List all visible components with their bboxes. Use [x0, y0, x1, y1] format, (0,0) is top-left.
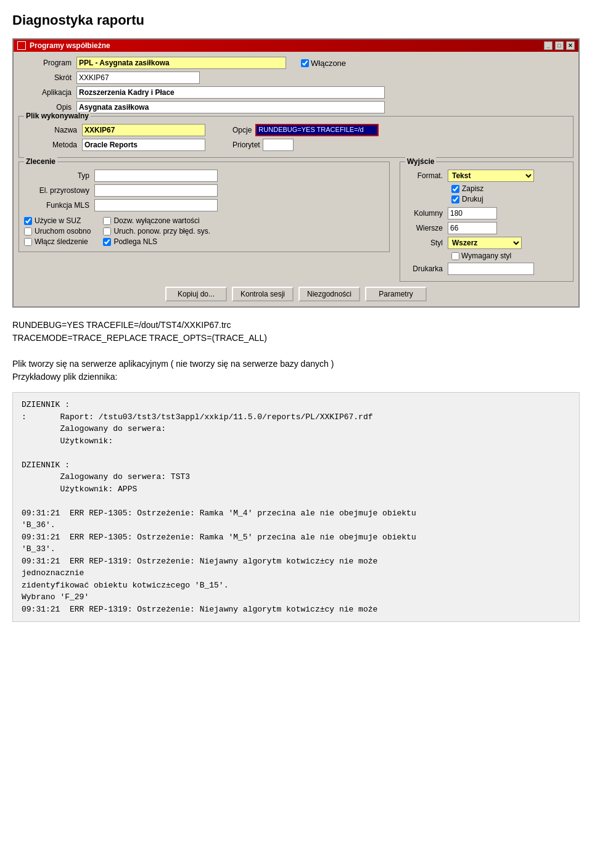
description-text: RUNDEBUG=YES TRACEFILE=/dout/TST4/XXKIP6… — [12, 319, 580, 383]
styl-row: Styl Wszerz — [405, 237, 568, 249]
dozw-wylaczone-label: Dozw. wyłączone wartości — [113, 216, 199, 225]
checkboxes-right: Dozw. wyłączone wartości Uruch. ponow. p… — [103, 216, 210, 248]
wiersze-label: Wiersze — [405, 224, 445, 232]
wymagany-styl-checkbox[interactable] — [451, 252, 459, 260]
aplikacja-row: Aplikacja — [18, 86, 574, 99]
code-block: DZIENNIK : : Raport: /tstu03/tst3/tst3ap… — [12, 392, 580, 622]
funkcja-mls-label: Funkcja MLS — [24, 201, 92, 210]
program-input[interactable] — [76, 57, 286, 69]
el-przyrostowy-label: El. przyrostowy — [24, 186, 92, 195]
opis-input[interactable] — [76, 101, 385, 113]
zlecenie-group-title: Zlecenie — [24, 157, 57, 166]
styl-select[interactable]: Wszerz — [448, 237, 522, 249]
page-title: Diagnostyka raportu — [12, 12, 580, 28]
aplikacja-label: Aplikacja — [18, 88, 74, 97]
typ-row: Typ — [24, 170, 384, 182]
wymagany-styl-label: Wymagany styl — [461, 252, 511, 260]
checkboxes-container: Użycie w SUZ Uruchom osobno Włącz śledze… — [24, 216, 384, 248]
window-icon — [17, 41, 26, 50]
desc-line5: Przykładowy plik dziennika: — [12, 371, 580, 383]
main-layout: Zlecenie Typ El. przyrostowy Funkcja MLS — [18, 162, 574, 282]
wlacz-sledzenie-label: Włącz śledzenie — [35, 237, 88, 246]
close-button[interactable]: ✕ — [566, 41, 575, 50]
uruchom-osobno-checkbox[interactable] — [24, 227, 32, 235]
opcje-label: Opcje — [232, 126, 252, 134]
uzycie-w-suz-checkbox[interactable] — [24, 217, 32, 225]
kopiuj-button[interactable]: Kopiuj do... — [165, 287, 227, 301]
metoda-label: Metoda — [24, 141, 80, 149]
wlacz-sledzenie-checkbox[interactable] — [24, 238, 32, 246]
podlega-nls-checkbox[interactable] — [103, 238, 111, 246]
wiersze-input[interactable] — [448, 222, 497, 234]
funkcja-mls-row: Funkcja MLS — [24, 199, 384, 211]
wiersze-row: Wiersze — [405, 222, 568, 234]
titlebar-controls: _ □ ✕ — [544, 41, 575, 50]
drukuj-label: Drukuj — [462, 195, 483, 203]
uzycie-w-suz-label: Użycie w SUZ — [35, 216, 81, 225]
funkcja-mls-input[interactable] — [94, 199, 218, 211]
dozw-wylaczone-checkbox[interactable] — [103, 217, 111, 225]
checkbox-drukuj: Drukuj — [451, 195, 483, 203]
zapisz-label: Zapisz — [462, 184, 483, 193]
kolumny-input[interactable] — [448, 207, 497, 219]
wyjscie-title: Wyjście — [405, 157, 436, 166]
format-row: Format. Tekst — [405, 170, 568, 182]
zlecenie-section: Zlecenie Typ El. przyrostowy Funkcja MLS — [18, 162, 390, 282]
drukarka-label: Drukarka — [405, 264, 445, 273]
window-title: Programy współbieżne — [30, 41, 110, 50]
skrot-input[interactable] — [76, 72, 200, 84]
checkboxes-left: Użycie w SUZ Uruchom osobno Włącz śledze… — [24, 216, 91, 248]
desc-line4: Plik tworzy się na serwerze aplikacyjnym… — [12, 358, 580, 371]
typ-input[interactable] — [94, 170, 218, 182]
wymagany-styl-row: Wymagany styl — [451, 252, 568, 260]
window-body: Program Włączone Skrót Aplikacja Opis Pl… — [14, 52, 578, 306]
kolumny-row: Kolumny — [405, 207, 568, 219]
styl-label: Styl — [405, 239, 445, 247]
parametry-button[interactable]: Parametry — [365, 287, 427, 301]
skrot-label: Skrót — [18, 73, 74, 82]
drukarka-row: Drukarka — [405, 263, 568, 275]
uruch-ponow-label: Uruch. ponow. przy błęd. sys. — [113, 227, 210, 235]
uruchom-osobno-label: Uruchom osobno — [35, 227, 91, 235]
checkbox-podlega-nls: Podlega NLS — [103, 237, 210, 246]
plik-group-title: Plik wykonywalny — [24, 112, 91, 120]
priorytet-input[interactable] — [263, 139, 294, 151]
checkbox-uruch-ponow: Uruch. ponow. przy błęd. sys. — [103, 227, 210, 235]
el-przyrostowy-row: El. przyrostowy — [24, 184, 384, 197]
opis-row: Opis — [18, 101, 574, 113]
drukarka-input[interactable] — [448, 263, 534, 275]
program-label: Program — [18, 59, 74, 67]
wyjscie-section: Wyjście Format. Tekst Zapisz — [395, 162, 574, 282]
desc-line1: RUNDEBUG=YES TRACEFILE=/dout/TST4/XXKIP6… — [12, 319, 580, 332]
opcje-input[interactable]: RUNDEBUG=YES TRACEFILE=/d — [255, 124, 379, 136]
wlaczone-checkbox[interactable] — [301, 59, 309, 67]
podlega-nls-label: Podlega NLS — [113, 237, 157, 246]
kontrola-button[interactable]: Kontrola sesji — [232, 287, 294, 301]
nazwa-row: Nazwa Opcje RUNDEBUG=YES TRACEFILE=/d — [24, 124, 568, 136]
metoda-input[interactable] — [82, 139, 205, 151]
aplikacja-input[interactable] — [76, 86, 385, 99]
desc-line2: TRACEMODE=TRACE_REPLACE TRACE_OPTS=(TRAC… — [12, 332, 580, 345]
maximize-button[interactable]: □ — [555, 41, 564, 50]
niezgodnosci-button[interactable]: Niezgodności — [298, 287, 360, 301]
checkbox-dozw-wylaczone: Dozw. wyłączone wartości — [103, 216, 210, 225]
nazwa-input[interactable] — [82, 124, 205, 136]
program-row: Program Włączone — [18, 57, 574, 69]
el-przyrostowy-input[interactable] — [94, 184, 218, 197]
opis-label: Opis — [18, 103, 74, 112]
typ-label: Typ — [24, 171, 92, 180]
uruch-ponow-checkbox[interactable] — [103, 227, 111, 235]
drukuj-checkbox[interactable] — [451, 195, 459, 203]
priorytet-label: Priorytet — [232, 141, 260, 149]
minimize-button[interactable]: _ — [544, 41, 553, 50]
format-select[interactable]: Tekst — [448, 170, 534, 182]
zapisz-checkbox[interactable] — [451, 185, 459, 193]
wlaczone-label: Włączone — [311, 59, 346, 68]
window-titlebar: Programy współbieżne _ □ ✕ — [14, 39, 578, 52]
main-window: Programy współbieżne _ □ ✕ Program Włącz… — [12, 38, 580, 308]
format-label: Format. — [405, 171, 445, 180]
checkbox-uzycie-w-suz: Użycie w SUZ — [24, 216, 91, 225]
checkbox-wlacz-sledzenie: Włącz śledzenie — [24, 237, 91, 246]
zapisz-drukuj-row: Zapisz Drukuj — [451, 184, 568, 205]
checkbox-zapisz: Zapisz — [451, 184, 483, 193]
